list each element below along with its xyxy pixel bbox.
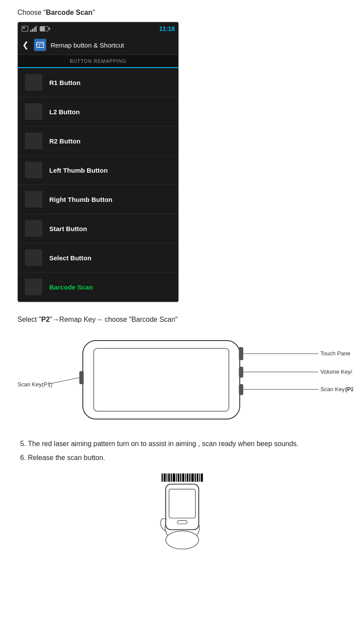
list-item[interactable]: Left Thumb Button: [18, 156, 178, 185]
svg-rect-27: [168, 474, 170, 482]
svg-rect-5: [35, 26, 37, 32]
svg-text:Scan Key(P1): Scan Key(P1): [17, 381, 52, 388]
svg-rect-10: [94, 348, 229, 411]
status-bar: 11:18: [18, 22, 178, 35]
step-6: Release the scan button.: [28, 452, 347, 464]
svg-text:Scan Key: Scan Key: [320, 386, 345, 392]
svg-text:Touch Pane: Touch Pane: [320, 350, 350, 357]
svg-rect-6: [37, 42, 44, 48]
select-button-icon: [25, 249, 42, 266]
svg-rect-3: [32, 29, 33, 32]
time-display: 11:18: [159, 25, 175, 32]
svg-text:Volume Key/ P: Volume Key/ P: [320, 368, 353, 375]
svg-rect-1: [23, 27, 25, 29]
list-item[interactable]: Right Thumb Button: [18, 185, 178, 214]
intro-text: Choose "Choose “Barcode Scan”Barcode Sca…: [17, 9, 351, 17]
svg-line-22: [48, 378, 79, 384]
barcode-scan-icon: [25, 279, 42, 295]
section-header: BUTTON REMAPPING: [18, 55, 178, 68]
step-5: The red laser aiming pattern turn on to …: [28, 438, 347, 450]
r2-button-label: R2 Button: [49, 137, 81, 145]
select-button-label: Select Button: [49, 254, 92, 262]
phone-mockup: 11:18 ❮ Remap button & Shortcut BUTTON R…: [17, 22, 179, 302]
barcode-scan-label: Barcode Scan: [49, 283, 93, 291]
l2-button-label: L2 Button: [49, 108, 80, 116]
svg-rect-42: [166, 484, 199, 530]
list-item[interactable]: R1 Button: [18, 68, 178, 97]
svg-rect-24: [161, 474, 163, 482]
status-bar-left: [21, 26, 48, 32]
start-button-label: Start Button: [49, 225, 87, 232]
left-thumb-label: Left Thumb Button: [49, 167, 108, 174]
r1-button-icon: [25, 74, 42, 91]
list-item[interactable]: Barcode Scan: [18, 273, 178, 302]
svg-rect-26: [167, 474, 167, 482]
svg-rect-38: [194, 474, 196, 482]
steps-list: The red laser aiming pattern turn on to …: [17, 438, 347, 463]
svg-rect-2: [30, 30, 31, 32]
list-item[interactable]: R2 Button: [18, 126, 178, 156]
signal-icon: [30, 26, 38, 32]
svg-rect-35: [187, 474, 188, 482]
battery-icon: [40, 26, 48, 31]
app-icon: [34, 39, 46, 51]
list-item[interactable]: Select Button: [18, 243, 178, 273]
svg-rect-37: [191, 474, 194, 482]
svg-rect-14: [79, 371, 84, 384]
device-diagram: Touch Pane Volume Key/ P Scan Key (P2) S…: [13, 332, 353, 428]
back-arrow-icon[interactable]: ❮: [22, 40, 29, 50]
svg-rect-13: [239, 384, 243, 395]
svg-rect-28: [170, 474, 172, 482]
svg-rect-29: [173, 474, 175, 482]
svg-text:(P2): (P2): [345, 386, 353, 392]
svg-rect-39: [197, 474, 198, 482]
app-header-title: Remap button & Shortcut: [51, 41, 124, 49]
list-item[interactable]: Start Button: [18, 214, 178, 243]
app-header: ❮ Remap button & Shortcut: [18, 35, 178, 55]
l2-button-icon: [25, 103, 42, 120]
svg-rect-25: [163, 474, 166, 482]
svg-rect-11: [239, 347, 243, 360]
svg-rect-41: [201, 474, 203, 482]
r1-button-label: R1 Button: [49, 79, 81, 86]
svg-rect-9: [83, 341, 240, 419]
svg-rect-36: [189, 474, 191, 482]
barcode-graphic: [161, 474, 203, 482]
button-list: R1 Button L2 Button R2 Button Left Thumb…: [18, 68, 178, 302]
scan-illustration: [13, 472, 351, 550]
right-thumb-label: Right Thumb Button: [49, 196, 112, 203]
r2-button-icon: [25, 133, 42, 149]
sim-icon: [21, 26, 28, 32]
svg-rect-32: [180, 474, 181, 482]
left-thumb-icon: [25, 162, 42, 178]
mid-section-text: Select "P2"→Remap Key→ choose "Barcode S…: [17, 314, 347, 325]
svg-rect-33: [182, 474, 184, 482]
svg-rect-12: [239, 367, 243, 378]
list-item[interactable]: L2 Button: [18, 97, 178, 126]
svg-rect-30: [176, 474, 177, 482]
svg-rect-40: [199, 474, 200, 482]
svg-rect-43: [169, 489, 195, 518]
svg-rect-4: [34, 27, 35, 32]
svg-rect-44: [177, 521, 187, 524]
mid-section: Select "P2"→Remap Key→ choose "Barcode S…: [17, 314, 347, 325]
right-thumb-icon: [25, 191, 42, 208]
start-button-icon: [25, 220, 42, 237]
svg-point-45: [166, 531, 199, 549]
svg-rect-34: [185, 474, 186, 482]
svg-rect-31: [177, 474, 179, 482]
